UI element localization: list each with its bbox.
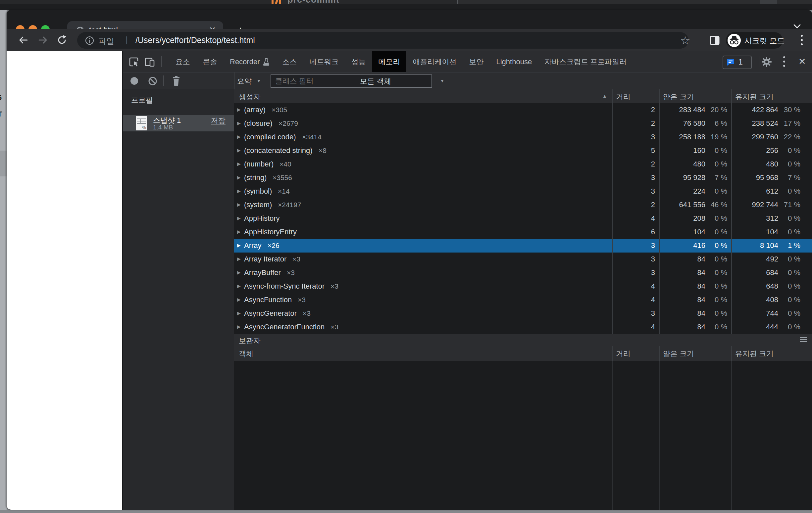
devtools-tab[interactable]: 네트워크 xyxy=(303,51,345,72)
table-row[interactable]: ▶Array×2634160 %8 1041 % xyxy=(234,239,812,252)
disclosure-triangle-icon[interactable]: ▶ xyxy=(237,243,241,248)
back-icon[interactable] xyxy=(18,34,29,46)
devtools-tab[interactable]: 요소 xyxy=(169,51,196,72)
table-row[interactable]: ▶AppHistoryEntry61040 %1040 % xyxy=(234,225,812,239)
forward-icon[interactable] xyxy=(37,34,48,46)
retainers-body xyxy=(234,361,812,510)
disclosure-triangle-icon[interactable]: ▶ xyxy=(237,310,241,316)
shallow-size-value: 95 928 xyxy=(639,174,705,182)
snapshot-save-link[interactable]: 저장 xyxy=(211,116,226,126)
background-top-strip: pre-commit xyxy=(0,0,812,10)
col-distance[interactable]: 거리 xyxy=(616,349,631,359)
col-retained[interactable]: 유지된 크기 xyxy=(735,349,774,359)
devtools-menu-icon[interactable] xyxy=(783,56,785,67)
disclosure-triangle-icon[interactable]: ▶ xyxy=(237,134,241,139)
instance-count: ×3 xyxy=(298,296,306,304)
table-row[interactable]: ▶ArrayBuffer×33840 %6840 % xyxy=(234,266,812,280)
disclosure-triangle-icon[interactable]: ▶ xyxy=(237,202,241,207)
disclosure-triangle-icon[interactable]: ▶ xyxy=(237,161,241,167)
retained-size-percent: 1 % xyxy=(781,241,801,250)
trash-icon[interactable] xyxy=(172,76,181,86)
col-shallow[interactable]: 얕은 크기 xyxy=(663,92,694,102)
table-row[interactable]: ▶(number)×4024800 %4800 % xyxy=(234,157,812,171)
disclosure-triangle-icon[interactable]: ▶ xyxy=(237,107,241,112)
disclosure-triangle-icon[interactable]: ▶ xyxy=(237,229,241,234)
col-object[interactable]: 객체 xyxy=(239,349,253,359)
objects-select[interactable]: 모든 객체 xyxy=(360,77,391,86)
retained-size-percent: 0 % xyxy=(781,146,801,155)
disclosure-triangle-icon[interactable]: ▶ xyxy=(237,256,241,262)
shallow-size-value: 224 xyxy=(639,187,705,195)
table-row[interactable]: ▶AsyncFunction×34840 %4080 % xyxy=(234,293,812,307)
col-constructor[interactable]: 생성자 xyxy=(239,92,261,102)
table-row[interactable]: ▶(array)×3052283 48420 %422 86430 % xyxy=(234,103,812,117)
disclosure-triangle-icon[interactable]: ▶ xyxy=(237,188,241,193)
url-text[interactable]: /Users/yceffort/Desktop/test.html xyxy=(136,35,255,45)
table-row[interactable]: ▶AsyncGeneratorFunction×34840 %4440 % xyxy=(234,321,812,334)
devtools-tab[interactable]: Recorder xyxy=(224,51,276,72)
devtools-tab[interactable]: 자바스크립트 프로파일러 xyxy=(538,51,633,72)
retainers-grid-header[interactable]: 객체 거리 얕은 크기 유지된 크기 xyxy=(234,346,812,361)
disclosure-triangle-icon[interactable]: ▶ xyxy=(237,283,241,289)
disclosure-triangle-icon[interactable]: ▶ xyxy=(237,175,241,180)
devtools-close-icon[interactable]: ✕ xyxy=(799,56,806,67)
class-filter-input[interactable] xyxy=(270,74,432,88)
snapshot-item[interactable]: % 스냅샷 1 1.4 MB 저장 xyxy=(123,115,234,131)
table-row[interactable]: ▶Async-from-Sync Iterator×34840 %6480 % xyxy=(234,280,812,293)
disclosure-triangle-icon[interactable]: ▶ xyxy=(237,297,241,302)
devtools-tab[interactable]: 보안 xyxy=(463,51,490,72)
devtools-tab[interactable]: 성능 xyxy=(345,51,372,72)
address-bar[interactable]: 파일 | /Users/yceffort/Desktop/test.html xyxy=(77,32,689,49)
retained-size-percent: 30 % xyxy=(781,105,801,114)
table-row[interactable]: ▶(concatenated string)×851600 %2560 % xyxy=(234,144,812,157)
toolbar-divider xyxy=(163,76,164,86)
inspect-element-icon[interactable] xyxy=(129,57,139,67)
page-viewport[interactable] xyxy=(7,51,122,510)
devtools-tab[interactable]: 애플리케이션 xyxy=(406,51,463,72)
devtools-tab[interactable]: 메모리 xyxy=(372,51,406,72)
reload-icon[interactable] xyxy=(56,34,67,46)
incognito-badge[interactable]: 시크릿 모드 xyxy=(726,32,783,49)
disclosure-triangle-icon[interactable]: ▶ xyxy=(237,120,241,126)
retained-size-value: 238 524 xyxy=(712,119,778,128)
table-row[interactable]: ▶AppHistory42080 %3120 % xyxy=(234,212,812,225)
settings-gear-icon[interactable] xyxy=(761,57,772,67)
device-toolbar-icon[interactable] xyxy=(144,56,155,67)
record-heap-button[interactable] xyxy=(130,77,138,85)
issues-badge[interactable]: 1 xyxy=(723,56,752,69)
grid-header[interactable]: 생성자 ▲ 거리 얕은 크기 유지된 크기 xyxy=(234,89,812,103)
clear-icon[interactable] xyxy=(148,77,157,86)
retained-size-percent: 0 % xyxy=(781,214,801,223)
bookmark-star-icon[interactable]: ☆ xyxy=(680,34,690,47)
disclosure-triangle-icon[interactable]: ▶ xyxy=(237,148,241,153)
perspective-select[interactable]: 요약 xyxy=(237,77,252,86)
info-icon[interactable] xyxy=(85,36,94,45)
col-distance[interactable]: 거리 xyxy=(616,92,631,102)
table-row[interactable]: ▶(string)×3556395 9287 %95 9687 % xyxy=(234,171,812,185)
disclosure-triangle-icon[interactable]: ▶ xyxy=(237,270,241,275)
background-left-strip: 6 T xyxy=(0,10,7,513)
table-row[interactable]: ▶(compiled code)×34143258 18819 %299 760… xyxy=(234,130,812,144)
table-row[interactable]: ▶(symbol)×1432240 %6120 % xyxy=(234,185,812,198)
disclosure-triangle-icon[interactable]: ▶ xyxy=(237,215,241,221)
table-row[interactable]: ▶AsyncGenerator×33840 %7440 % xyxy=(234,307,812,321)
col-retained[interactable]: 유지된 크기 xyxy=(735,92,774,102)
panel-divider xyxy=(234,72,234,89)
disclosure-triangle-icon[interactable]: ▶ xyxy=(237,324,241,329)
retained-size-percent: 0 % xyxy=(781,228,801,236)
tab-search-chevron-icon[interactable] xyxy=(792,23,802,30)
side-panel-icon[interactable] xyxy=(709,35,720,46)
table-row[interactable]: ▶Array Iterator×33840 %4920 % xyxy=(234,252,812,266)
table-row[interactable]: ▶(system)×241972641 55646 %992 74471 % xyxy=(234,198,812,212)
browser-menu-icon[interactable] xyxy=(801,35,803,46)
background-text: pre-commit xyxy=(287,0,340,4)
devtools-tab[interactable]: Lighthouse xyxy=(490,51,538,72)
devtools-tab[interactable]: 콘솔 xyxy=(196,51,224,72)
retained-size-percent: 0 % xyxy=(781,323,801,331)
devtools-tab[interactable]: 소스 xyxy=(276,51,303,72)
table-row[interactable]: ▶(closure)×2679276 5806 %238 52417 % xyxy=(234,117,812,130)
retainers-menu-icon[interactable] xyxy=(800,337,807,342)
retained-size-value: 444 xyxy=(712,323,778,331)
col-shallow[interactable]: 얕은 크기 xyxy=(663,349,694,359)
retained-size-value: 648 xyxy=(712,282,778,291)
